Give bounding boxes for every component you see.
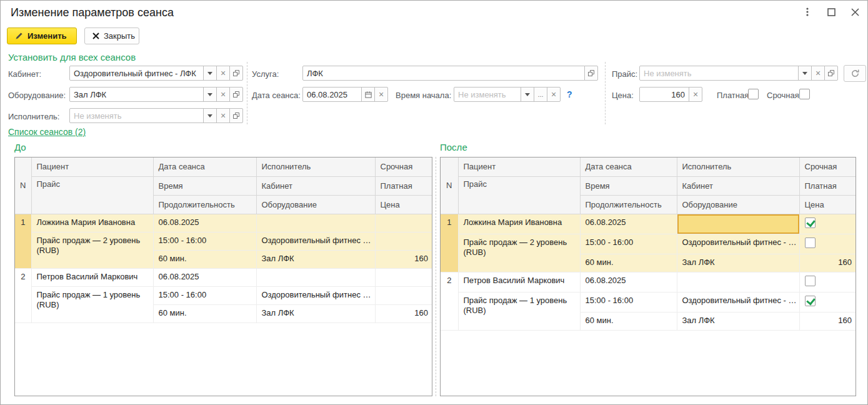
cell-time[interactable]: 15:00 - 16:00 [580, 292, 677, 312]
cabinet-open-button[interactable] [229, 66, 243, 81]
cell-equipment[interactable]: Зал ЛФК [677, 254, 799, 272]
cell-patient[interactable]: Ложкина Мария Ивановна [458, 214, 580, 234]
cell-paid[interactable] [375, 286, 432, 304]
cell-patient[interactable]: Петров Василий Маркович [458, 272, 580, 292]
start-time-ellipsis-button[interactable]: ... [534, 87, 547, 102]
cell-price-name[interactable]: Прайс продаж — 1 уровень (RUB) [31, 286, 153, 322]
cell-duration[interactable]: 60 мин. [580, 312, 677, 330]
help-link[interactable]: ? [567, 89, 572, 99]
cell-equipment[interactable]: Зал ЛФК [677, 312, 799, 330]
sessions-list-link[interactable]: Список сеансов (2) [8, 127, 86, 137]
executor-clear-button[interactable]: × [216, 108, 230, 123]
change-button[interactable]: Изменить [7, 28, 77, 44]
cell-urgent[interactable] [799, 214, 856, 234]
cell-time[interactable]: 15:00 - 16:00 [153, 286, 256, 304]
equipment-clear-button[interactable]: × [216, 87, 230, 102]
cell-date[interactable]: 06.08.2025 [153, 268, 256, 286]
cell-paid[interactable] [375, 232, 432, 250]
cell-price[interactable]: 160 [375, 304, 432, 322]
close-button[interactable]: Закрыть [84, 28, 139, 44]
executor-input[interactable] [69, 108, 204, 123]
cabinet-clear-button[interactable]: × [216, 66, 230, 81]
cabinet-dropdown-button[interactable] [203, 66, 217, 81]
header-executor: Исполнитель [677, 158, 799, 176]
cell-executor[interactable] [677, 272, 799, 292]
cell-patient[interactable]: Ложкина Мария Ивановна [31, 214, 153, 232]
paid-checkbox[interactable] [805, 238, 816, 248]
pricelist-dropdown-button[interactable] [798, 66, 812, 81]
header-n: N [441, 158, 458, 214]
pricelist-open-button[interactable] [824, 66, 838, 81]
session-date-clear-button[interactable]: × [374, 87, 388, 102]
before-label: До [14, 142, 26, 152]
service-input[interactable] [302, 66, 585, 81]
cell-date[interactable]: 06.08.2025 [580, 272, 677, 292]
cell-cabinet[interactable]: Оздоровительный фитнес - … [677, 292, 799, 312]
dropdown-icon [525, 93, 530, 96]
urgent-checkbox[interactable] [805, 218, 816, 228]
cell-price-name[interactable]: Прайс продаж — 1 уровень (RUB) [458, 292, 580, 330]
start-time-clear-button[interactable]: × [547, 87, 561, 102]
executor-label: Исполнитель: [8, 112, 59, 121]
cell-duration[interactable]: 60 мин. [153, 250, 256, 268]
paid-checkbox[interactable] [748, 89, 759, 99]
urgent-checkbox[interactable] [805, 276, 816, 286]
cell-n[interactable]: 1 [441, 214, 458, 272]
header-paid: Платная [799, 176, 856, 195]
cell-n[interactable]: 1 [15, 214, 31, 268]
executor-dropdown-button[interactable] [203, 108, 217, 123]
equipment-open-button[interactable] [229, 87, 243, 102]
cell-equipment[interactable]: Зал ЛФК [256, 250, 375, 268]
cell-paid[interactable] [799, 234, 856, 254]
cell-paid[interactable] [799, 292, 856, 312]
executor-open-button[interactable] [229, 108, 243, 123]
menu-dots-icon[interactable] [802, 7, 812, 17]
cell-urgent[interactable] [375, 268, 432, 286]
start-time-field: ... × [454, 87, 561, 102]
cell-date[interactable]: 06.08.2025 [580, 214, 677, 234]
service-open-button[interactable] [584, 66, 598, 81]
calendar-button[interactable] [361, 87, 375, 102]
cell-n[interactable]: 2 [15, 268, 31, 322]
cell-executor[interactable] [256, 268, 375, 286]
cell-duration[interactable]: 60 мин. [153, 304, 256, 322]
cell-urgent[interactable] [375, 214, 432, 232]
cell-cabinet[interactable]: Оздоровительный фитнес … [256, 232, 375, 250]
cell-date[interactable]: 06.08.2025 [153, 214, 256, 232]
paid-checkbox[interactable] [805, 296, 816, 306]
price-input[interactable] [639, 87, 689, 102]
cell-duration[interactable]: 60 мин. [580, 254, 677, 272]
cell-cabinet[interactable]: Оздоровительный фитнес - … [677, 234, 799, 254]
cell-price-name[interactable]: Прайс продаж — 2 уровень (RUB) [458, 234, 580, 272]
cell-executor[interactable] [256, 214, 375, 232]
maximize-icon[interactable] [826, 7, 836, 17]
window-close-icon[interactable] [850, 7, 860, 17]
start-time-dropdown-button[interactable] [521, 87, 534, 102]
cell-price[interactable]: 160 [799, 312, 856, 330]
cell-executor-selected[interactable] [677, 214, 799, 234]
session-date-input[interactable] [302, 87, 362, 102]
equipment-dropdown-button[interactable] [203, 87, 217, 102]
cell-price-name[interactable]: Прайс продаж — 2 уровень (RUB) [31, 232, 153, 268]
cell-price[interactable]: 160 [375, 250, 432, 268]
price-clear-button[interactable]: × [689, 87, 702, 102]
cell-time[interactable]: 15:00 - 16:00 [580, 234, 677, 254]
header-executor: Исполнитель [256, 158, 375, 176]
cell-urgent[interactable] [799, 272, 856, 292]
cell-price[interactable]: 160 [799, 254, 856, 272]
service-label: Услуга: [252, 69, 279, 79]
start-time-input[interactable] [454, 87, 521, 102]
refresh-price-button[interactable] [844, 65, 866, 82]
cell-cabinet[interactable]: Оздоровительный фитнес … [256, 286, 375, 304]
pricelist-input[interactable] [639, 66, 799, 81]
open-icon [827, 69, 835, 77]
urgent-checkbox[interactable] [799, 89, 810, 99]
pricelist-clear-button[interactable]: × [811, 66, 825, 81]
equipment-input[interactable] [69, 87, 204, 102]
page-title: Изменение параметров сеанса [11, 6, 174, 19]
cell-time[interactable]: 15:00 - 16:00 [153, 232, 256, 250]
cell-n[interactable]: 2 [441, 272, 458, 330]
cabinet-input[interactable] [69, 66, 204, 81]
cell-patient[interactable]: Петров Василий Маркович [31, 268, 153, 286]
cell-equipment[interactable]: Зал ЛФК [256, 304, 375, 322]
